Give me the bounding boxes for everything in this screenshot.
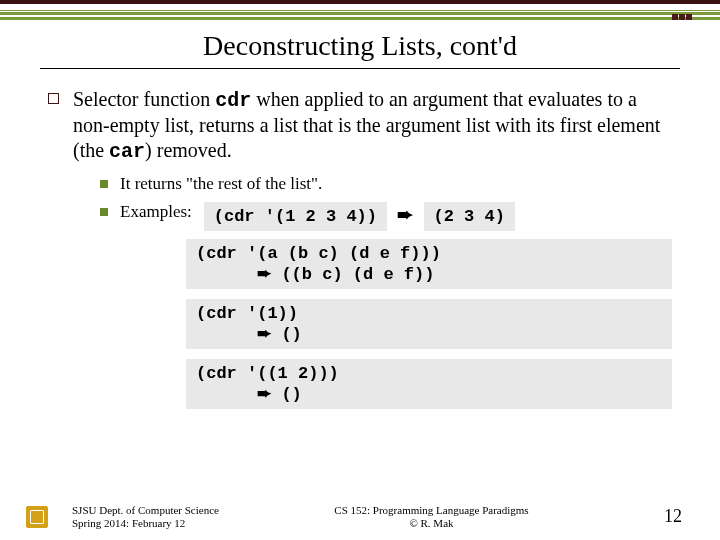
footer-course: CS 152: Programming Language Paradigms <box>219 504 644 517</box>
example-2-output: ((b c) (d e f)) <box>281 265 434 284</box>
square-fill-icon <box>100 180 108 188</box>
example-1: (cdr '(1 2 3 4)) ➨ (2 3 4) <box>204 202 515 231</box>
top-rule <box>0 0 720 20</box>
arrow-icon: ➨ <box>257 324 271 343</box>
code-cdr: cdr <box>215 89 251 112</box>
examples-label: Examples: <box>120 202 192 222</box>
square-bullet-icon <box>48 93 59 104</box>
example-4: (cdr '((1 2))) ➨ () <box>186 359 672 409</box>
code-car: car <box>109 140 145 163</box>
bullet-text: Selector function cdr when applied to an… <box>73 87 672 164</box>
example-3: (cdr '(1)) ➨ () <box>186 299 672 349</box>
footer-dept: SJSU Dept. of Computer Science <box>72 504 219 517</box>
example-3-input: (cdr '(1)) <box>196 304 298 323</box>
footer-center: CS 152: Programming Language Paradigms ©… <box>219 504 644 530</box>
example-2-input: (cdr '(a (b c) (d e f))) <box>196 244 441 263</box>
footer-author: © R. Mak <box>219 517 644 530</box>
sub-bullet-2: Examples: (cdr '(1 2 3 4)) ➨ (2 3 4) <box>100 202 672 231</box>
example-4-output: () <box>281 385 301 404</box>
footer-left: SJSU Dept. of Computer Science Spring 20… <box>72 504 219 530</box>
corner-ornament <box>672 14 692 20</box>
sub-bullet-1: It returns "the rest of the list". <box>100 174 672 194</box>
example-3-output: () <box>281 325 301 344</box>
sub-bullet-1-text: It returns "the rest of the list". <box>120 174 322 194</box>
example-1-input: (cdr '(1 2 3 4)) <box>204 202 387 231</box>
arrow-icon: ➨ <box>257 264 271 283</box>
example-stack: (cdr '(a (b c) (d e f))) ➨ ((b c) (d e f… <box>186 239 672 409</box>
slide: Deconstructing Lists, cont'd Selector fu… <box>0 0 720 540</box>
example-1-output: (2 3 4) <box>424 202 515 231</box>
bullet-pre: Selector function <box>73 88 215 110</box>
arrow-icon: ➨ <box>397 204 413 225</box>
example-2: (cdr '(a (b c) (d e f))) ➨ ((b c) (d e f… <box>186 239 672 289</box>
example-4-input: (cdr '((1 2))) <box>196 364 339 383</box>
slide-body: Selector function cdr when applied to an… <box>0 69 720 409</box>
footer-term: Spring 2014: February 12 <box>72 517 219 530</box>
bullet-level-1: Selector function cdr when applied to an… <box>48 87 672 164</box>
slide-footer: SJSU Dept. of Computer Science Spring 20… <box>0 504 720 530</box>
page-number: 12 <box>664 506 682 527</box>
arrow-icon: ➨ <box>257 384 271 403</box>
slide-title: Deconstructing Lists, cont'd <box>40 30 680 69</box>
square-fill-icon <box>100 208 108 216</box>
sjsu-logo-icon <box>26 506 48 528</box>
bullet-post: ) removed. <box>145 139 232 161</box>
